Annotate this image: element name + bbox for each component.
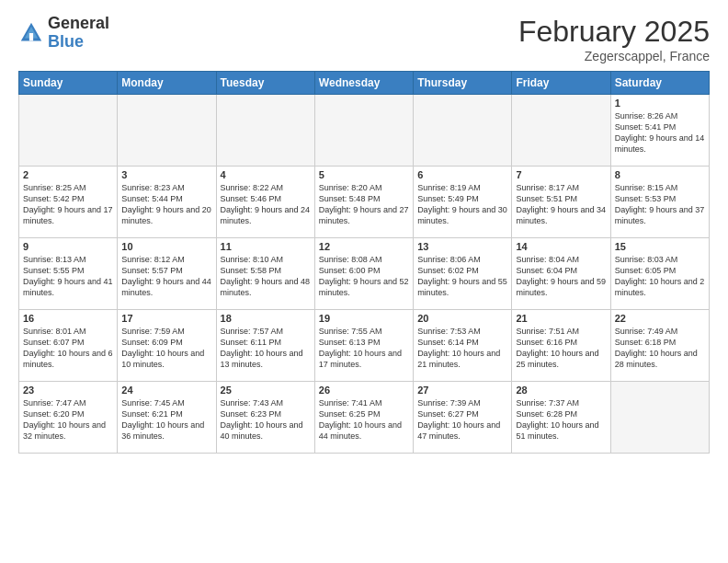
table-row — [118, 95, 216, 167]
table-row: 8Sunrise: 8:15 AM Sunset: 5:53 PM Daylig… — [610, 167, 709, 238]
day-number: 18 — [221, 313, 311, 324]
day-number: 28 — [516, 385, 606, 396]
day-number: 19 — [319, 313, 409, 324]
table-row: 22Sunrise: 7:49 AM Sunset: 6:18 PM Dayli… — [610, 310, 709, 382]
day-info: Sunrise: 7:45 AM Sunset: 6:21 PM Dayligh… — [121, 397, 211, 442]
calendar-header-row: Sunday Monday Tuesday Wednesday Thursday… — [19, 72, 710, 95]
day-info: Sunrise: 8:25 AM Sunset: 5:42 PM Dayligh… — [23, 182, 113, 227]
day-number: 3 — [121, 169, 211, 180]
month-title: February 2025 — [518, 15, 710, 49]
day-info: Sunrise: 7:59 AM Sunset: 6:09 PM Dayligh… — [121, 326, 211, 371]
table-row: 15Sunrise: 8:03 AM Sunset: 6:05 PM Dayli… — [610, 238, 709, 310]
col-thursday: Thursday — [414, 72, 512, 95]
table-row — [414, 95, 512, 167]
logo: General Blue — [18, 15, 109, 52]
table-row: 17Sunrise: 7:59 AM Sunset: 6:09 PM Dayli… — [118, 310, 216, 382]
title-block: February 2025 Zegerscappel, France — [518, 15, 710, 63]
table-row: 28Sunrise: 7:37 AM Sunset: 6:28 PM Dayli… — [512, 382, 610, 454]
day-info: Sunrise: 8:06 AM Sunset: 6:02 PM Dayligh… — [417, 254, 507, 299]
day-info: Sunrise: 8:10 AM Sunset: 5:58 PM Dayligh… — [221, 254, 311, 299]
header: General Blue February 2025 Zegerscappel,… — [18, 15, 710, 63]
col-wednesday: Wednesday — [314, 72, 413, 95]
day-number: 25 — [221, 385, 311, 396]
day-number: 26 — [319, 385, 409, 396]
table-row: 5Sunrise: 8:20 AM Sunset: 5:48 PM Daylig… — [314, 167, 413, 238]
day-number: 23 — [23, 385, 113, 396]
day-info: Sunrise: 8:08 AM Sunset: 6:00 PM Dayligh… — [319, 254, 409, 299]
table-row: 9Sunrise: 8:13 AM Sunset: 5:55 PM Daylig… — [19, 238, 118, 310]
day-number: 16 — [23, 313, 113, 324]
day-info: Sunrise: 7:51 AM Sunset: 6:16 PM Dayligh… — [516, 326, 606, 371]
table-row: 1Sunrise: 8:26 AM Sunset: 5:41 PM Daylig… — [610, 95, 709, 167]
col-sunday: Sunday — [19, 72, 118, 95]
day-number: 14 — [516, 241, 606, 252]
day-number: 2 — [23, 169, 113, 180]
logo-text: General Blue — [48, 15, 109, 52]
day-info: Sunrise: 7:47 AM Sunset: 6:20 PM Dayligh… — [23, 397, 113, 442]
day-number: 11 — [221, 241, 311, 252]
table-row: 24Sunrise: 7:45 AM Sunset: 6:21 PM Dayli… — [118, 382, 216, 454]
day-number: 8 — [615, 169, 705, 180]
table-row: 6Sunrise: 8:19 AM Sunset: 5:49 PM Daylig… — [414, 167, 512, 238]
table-row — [512, 95, 610, 167]
day-info: Sunrise: 7:43 AM Sunset: 6:23 PM Dayligh… — [221, 397, 311, 442]
day-info: Sunrise: 7:41 AM Sunset: 6:25 PM Dayligh… — [319, 397, 409, 442]
day-number: 21 — [516, 313, 606, 324]
table-row — [216, 95, 314, 167]
table-row: 25Sunrise: 7:43 AM Sunset: 6:23 PM Dayli… — [216, 382, 314, 454]
day-number: 20 — [417, 313, 507, 324]
table-row: 2Sunrise: 8:25 AM Sunset: 5:42 PM Daylig… — [19, 167, 118, 238]
page: General Blue February 2025 Zegerscappel,… — [0, 0, 728, 563]
table-row: 20Sunrise: 7:53 AM Sunset: 6:14 PM Dayli… — [414, 310, 512, 382]
calendar-week-row: 2Sunrise: 8:25 AM Sunset: 5:42 PM Daylig… — [19, 167, 710, 238]
day-number: 7 — [516, 169, 606, 180]
calendar-week-row: 23Sunrise: 7:47 AM Sunset: 6:20 PM Dayli… — [19, 382, 710, 454]
day-number: 13 — [417, 241, 507, 252]
day-info: Sunrise: 7:57 AM Sunset: 6:11 PM Dayligh… — [221, 326, 311, 371]
svg-rect-2 — [29, 33, 33, 40]
table-row: 26Sunrise: 7:41 AM Sunset: 6:25 PM Dayli… — [314, 382, 413, 454]
day-info: Sunrise: 8:15 AM Sunset: 5:53 PM Dayligh… — [615, 182, 705, 227]
col-tuesday: Tuesday — [216, 72, 314, 95]
table-row: 23Sunrise: 7:47 AM Sunset: 6:20 PM Dayli… — [19, 382, 118, 454]
day-info: Sunrise: 8:04 AM Sunset: 6:04 PM Dayligh… — [516, 254, 606, 299]
table-row: 18Sunrise: 7:57 AM Sunset: 6:11 PM Dayli… — [216, 310, 314, 382]
day-info: Sunrise: 8:23 AM Sunset: 5:44 PM Dayligh… — [121, 182, 211, 227]
day-number: 15 — [615, 241, 705, 252]
day-info: Sunrise: 8:19 AM Sunset: 5:49 PM Dayligh… — [417, 182, 507, 227]
day-number: 22 — [615, 313, 705, 324]
table-row — [314, 95, 413, 167]
location: Zegerscappel, France — [518, 49, 710, 63]
table-row — [610, 382, 709, 454]
day-info: Sunrise: 8:22 AM Sunset: 5:46 PM Dayligh… — [221, 182, 311, 227]
col-saturday: Saturday — [610, 72, 709, 95]
day-info: Sunrise: 8:26 AM Sunset: 5:41 PM Dayligh… — [615, 110, 705, 155]
table-row: 16Sunrise: 8:01 AM Sunset: 6:07 PM Dayli… — [19, 310, 118, 382]
table-row: 21Sunrise: 7:51 AM Sunset: 6:16 PM Dayli… — [512, 310, 610, 382]
calendar-week-row: 1Sunrise: 8:26 AM Sunset: 5:41 PM Daylig… — [19, 95, 710, 167]
logo-general: General — [48, 15, 109, 33]
day-info: Sunrise: 8:03 AM Sunset: 6:05 PM Dayligh… — [615, 254, 705, 299]
day-number: 1 — [615, 98, 705, 109]
day-info: Sunrise: 8:13 AM Sunset: 5:55 PM Dayligh… — [23, 254, 113, 299]
day-number: 5 — [319, 169, 409, 180]
day-number: 6 — [417, 169, 507, 180]
table-row: 11Sunrise: 8:10 AM Sunset: 5:58 PM Dayli… — [216, 238, 314, 310]
table-row: 10Sunrise: 8:12 AM Sunset: 5:57 PM Dayli… — [118, 238, 216, 310]
day-number: 10 — [121, 241, 211, 252]
day-number: 17 — [121, 313, 211, 324]
table-row: 14Sunrise: 8:04 AM Sunset: 6:04 PM Dayli… — [512, 238, 610, 310]
day-number: 24 — [121, 385, 211, 396]
table-row: 3Sunrise: 8:23 AM Sunset: 5:44 PM Daylig… — [118, 167, 216, 238]
day-info: Sunrise: 7:53 AM Sunset: 6:14 PM Dayligh… — [417, 326, 507, 371]
table-row — [19, 95, 118, 167]
table-row: 19Sunrise: 7:55 AM Sunset: 6:13 PM Dayli… — [314, 310, 413, 382]
logo-icon — [18, 20, 44, 46]
day-number: 4 — [221, 169, 311, 180]
day-info: Sunrise: 7:39 AM Sunset: 6:27 PM Dayligh… — [417, 397, 507, 442]
calendar-week-row: 9Sunrise: 8:13 AM Sunset: 5:55 PM Daylig… — [19, 238, 710, 310]
day-info: Sunrise: 8:01 AM Sunset: 6:07 PM Dayligh… — [23, 326, 113, 371]
calendar-week-row: 16Sunrise: 8:01 AM Sunset: 6:07 PM Dayli… — [19, 310, 710, 382]
day-number: 27 — [417, 385, 507, 396]
calendar: Sunday Monday Tuesday Wednesday Thursday… — [18, 71, 710, 454]
